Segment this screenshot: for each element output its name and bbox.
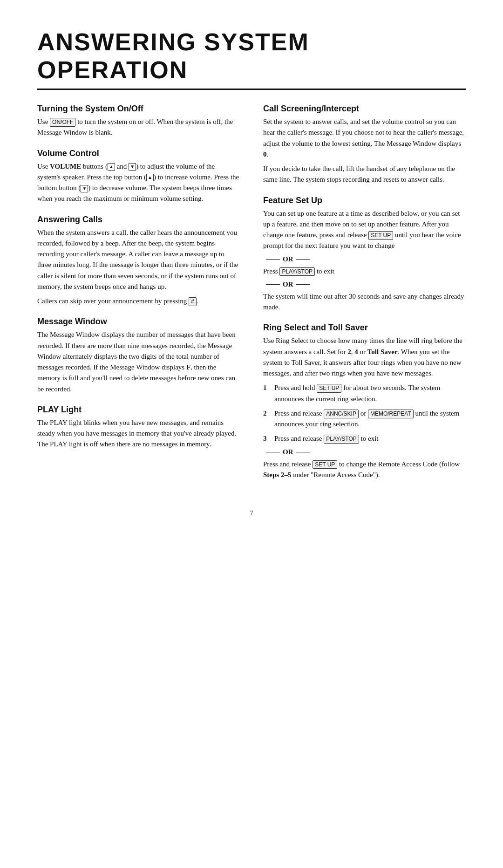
step-2: 2 Press and release ANNC/SKIP or MEMO/RE… xyxy=(263,408,466,430)
ring-4: 4 xyxy=(354,348,358,355)
answering-calls-text-1: When the system answers a call, the call… xyxy=(37,227,240,293)
section-title-play-light: PLAY Light xyxy=(37,405,240,415)
page-title: ANSWERING SYSTEM OPERATION xyxy=(37,28,466,90)
volume-bold: VOLUME xyxy=(50,163,81,170)
section-turning-on-off: Turning the System On/Off Use ON/OFF to … xyxy=(37,104,240,138)
section-title-call-screening: Call Screening/Intercept xyxy=(263,104,466,114)
zero-display: 0 xyxy=(263,150,267,158)
turning-on-off-text: Use ON/OFF to turn the system on or off.… xyxy=(37,116,240,138)
ring-select-steps: 1 Press and hold SET UP for about two se… xyxy=(263,383,466,444)
step-1-text: Press and hold SET UP for about two seco… xyxy=(274,383,466,404)
or-divider-2: OR xyxy=(263,280,466,288)
answering-calls-text-2: Callers can skip over your announcement … xyxy=(37,296,240,307)
left-column: Turning the System On/Off Use ON/OFF to … xyxy=(37,104,240,491)
final-text: Press and release SET UP to change the R… xyxy=(263,459,466,481)
section-title-ring-select: Ring Select and Toll Saver xyxy=(263,323,466,333)
section-title-turning-on-off: Turning the System On/Off xyxy=(37,104,240,114)
setup-key: SET UP xyxy=(368,231,393,240)
call-screening-text-1: Set the system to answer calls, and set … xyxy=(263,116,466,160)
playstop-key-2: PLAY/STOP xyxy=(324,435,359,444)
section-title-message-window: Message Window xyxy=(37,317,240,327)
step-3-num: 3 xyxy=(263,433,270,444)
right-column: Call Screening/Intercept Set the system … xyxy=(263,104,466,491)
section-play-light: PLAY Light The PLAY light blinks when yo… xyxy=(37,405,240,450)
arrow-down-icon-2: ▼ xyxy=(81,185,88,192)
play-light-text: The PLAY light blinks when you have new … xyxy=(37,417,240,450)
message-window-text: The Message Window displays the number o… xyxy=(37,329,240,395)
step-2-text: Press and release ANNC/SKIP or MEMO/REPE… xyxy=(274,408,466,430)
volume-control-text: Use VOLUME buttons (▲ and ▼) to adjust t… xyxy=(37,161,240,205)
arrow-down-icon: ▼ xyxy=(129,163,136,171)
call-screening-text-2: If you decide to take the call, lift the… xyxy=(263,164,466,185)
step-1: 1 Press and hold SET UP for about two se… xyxy=(263,383,466,404)
setup-key-3: SET UP xyxy=(313,460,337,469)
f-display: F xyxy=(186,363,190,371)
toll-saver: Toll Saver xyxy=(367,348,398,355)
section-title-feature-set-up: Feature Set Up xyxy=(263,196,466,205)
hash-key: # xyxy=(189,297,197,306)
step-3: 3 Press and release PLAY/STOP to exit xyxy=(263,433,466,444)
section-title-answering-calls: Answering Calls xyxy=(37,215,240,225)
ring-2: 2 xyxy=(347,348,351,355)
ring-select-intro: Use Ring Select to choose how many times… xyxy=(263,335,466,379)
annc-skip-key: ANNC/SKIP xyxy=(324,410,359,418)
arrow-up-icon-2: ▲ xyxy=(146,174,154,181)
section-ring-select: Ring Select and Toll Saver Use Ring Sele… xyxy=(263,323,466,480)
playstop-key: PLAY/STOP xyxy=(279,267,315,276)
press-playstop-text: Press PLAY/STOP to exit xyxy=(263,266,466,277)
arrow-up-icon: ▲ xyxy=(108,163,115,171)
or-divider-3: OR xyxy=(263,448,466,456)
main-content: Turning the System On/Off Use ON/OFF to … xyxy=(37,104,466,491)
section-call-screening: Call Screening/Intercept Set the system … xyxy=(263,104,466,185)
or-divider-1: OR xyxy=(263,255,466,263)
step-1-num: 1 xyxy=(263,383,270,404)
section-title-volume-control: Volume Control xyxy=(37,149,240,158)
onoff-key: ON/OFF xyxy=(50,118,75,127)
steps-bold: Steps 2–5 xyxy=(263,471,291,478)
feature-set-up-text: You can set up one feature at a time as … xyxy=(263,208,466,252)
step-2-num: 2 xyxy=(263,408,270,430)
page-number: 7 xyxy=(37,509,466,517)
memo-repeat-key: MEMO/REPEAT xyxy=(368,410,414,418)
section-message-window: Message Window The Message Window displa… xyxy=(37,317,240,395)
section-answering-calls: Answering Calls When the system answers … xyxy=(37,215,240,307)
section-feature-set-up: Feature Set Up You can set up one featur… xyxy=(263,196,466,313)
timeout-text: The system will time out after 30 second… xyxy=(263,291,466,313)
step-3-text: Press and release PLAY/STOP to exit xyxy=(274,433,378,444)
section-volume-control: Volume Control Use VOLUME buttons (▲ and… xyxy=(37,149,240,205)
setup-key-2: SET UP xyxy=(317,384,341,393)
